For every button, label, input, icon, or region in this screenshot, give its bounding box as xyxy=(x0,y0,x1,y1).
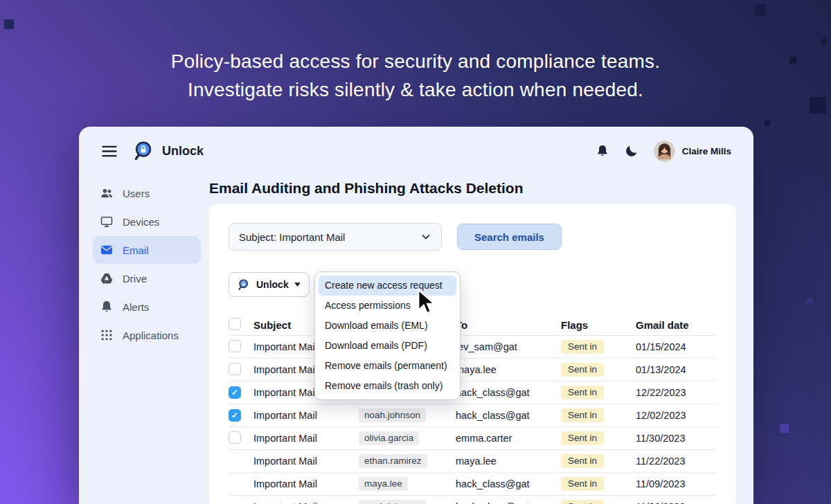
select-all-checkbox[interactable] xyxy=(229,318,241,330)
cell-subject: Important Mail xyxy=(253,478,359,489)
table-row[interactable]: Important Mail ethan.ramirez maya.lee Se… xyxy=(229,450,717,473)
row-checkbox[interactable] xyxy=(229,409,241,422)
cell-to: hack_class@gat xyxy=(456,387,561,398)
subject-filter-value: Subject: Important Mail xyxy=(239,231,345,243)
bell-icon[interactable] xyxy=(596,144,609,158)
col-to[interactable]: To xyxy=(456,319,561,331)
page-title: Email Auditing and Phishing Attacks Dele… xyxy=(209,179,736,198)
sidebar-item-label: Users xyxy=(123,188,150,199)
cell-to: lev_sam@gat xyxy=(456,341,561,352)
flag-badge: Sent in xyxy=(561,363,604,377)
decor-square xyxy=(780,424,789,433)
cell-date: 11/09/2023 xyxy=(636,478,717,489)
topbar: Unlock Claire Mills xyxy=(79,127,753,175)
sidebar-item[interactable]: Users xyxy=(93,179,201,207)
users-icon xyxy=(100,186,114,200)
menu-item[interactable]: Access permissions xyxy=(319,296,456,316)
menu-item[interactable]: Download emails (PDF) xyxy=(319,336,456,356)
table-row[interactable]: Important Mail noah.johnson hack_class@g… xyxy=(229,404,717,427)
chevron-down-icon xyxy=(420,231,431,242)
app-body: Users Devices Email Drive xyxy=(79,175,753,504)
hero-headline: Policy-based access for security and com… xyxy=(0,47,831,104)
cell-to: hack_class@gat xyxy=(456,478,561,489)
alerts-icon xyxy=(100,300,114,314)
brand: Unlock xyxy=(133,140,204,163)
topbar-right: Claire Mills xyxy=(596,141,731,162)
content-panel: Subject: Important Mail Search emails Un… xyxy=(209,204,736,504)
table-row[interactable]: Important Mail noah.johnson hack_class@g… xyxy=(229,496,717,504)
row-checkbox[interactable] xyxy=(229,386,241,399)
menu-item[interactable]: Create new access request xyxy=(319,276,456,296)
sidebar-item[interactable]: Drive xyxy=(93,264,201,292)
cell-date: 11/02/2023 xyxy=(636,501,717,504)
col-flags[interactable]: Flags xyxy=(561,319,636,331)
cell-subject: Important Mail xyxy=(253,456,359,467)
cell-date: 11/30/2023 xyxy=(636,433,717,444)
table-row[interactable]: Important Mail hack_class@gat Sent in 12… xyxy=(229,381,717,404)
table-row[interactable]: Important Mail olivia.garcia emma.carter… xyxy=(229,427,717,450)
flag-badge: Sent in xyxy=(561,500,604,504)
cell-to: maya.lee xyxy=(456,456,561,467)
table-row[interactable]: Important Mail maya.lee Sent in 01/13/20… xyxy=(229,359,717,381)
cell-date: 01/13/2024 xyxy=(636,364,717,375)
cell-to: hack_class@gat xyxy=(456,501,561,504)
sidebar-item-label: Email xyxy=(123,244,149,256)
menu-item[interactable]: Download emails (EML) xyxy=(319,316,456,336)
unlock-actions-button[interactable]: Unlock xyxy=(229,272,310,297)
subject-filter-select[interactable]: Subject: Important Mail xyxy=(229,223,442,251)
unlock-logo-icon xyxy=(238,278,251,291)
cell-to: maya.lee xyxy=(456,364,561,375)
decor-square xyxy=(806,298,813,305)
cell-subject: Important Mail xyxy=(253,410,359,421)
sidebar-item[interactable]: Email xyxy=(93,236,201,264)
decor-square xyxy=(755,4,766,15)
decor-square xyxy=(821,39,827,44)
menu-icon[interactable] xyxy=(101,145,118,158)
table-row[interactable]: Important Mail lev_sam@gat Sent in 01/15… xyxy=(229,336,717,359)
cell-from: noah.johnson xyxy=(359,408,426,422)
cell-date: 12/02/2023 xyxy=(636,410,717,421)
cell-from: noah.johnson xyxy=(359,500,426,504)
hero-line-2: Investigate risks silently & take action… xyxy=(0,75,831,104)
cell-from: maya.lee xyxy=(359,477,408,491)
cell-from: ethan.ramirez xyxy=(359,454,427,468)
menu-item[interactable]: Remove emails (permanent) xyxy=(319,356,456,376)
flag-badge: Sent in xyxy=(561,386,604,399)
sidebar-item[interactable]: Alerts xyxy=(93,293,201,321)
table-header-row: Subject From To Flags Gmail date xyxy=(229,314,717,336)
main-content: Email Auditing and Phishing Attacks Dele… xyxy=(209,175,753,504)
drive-icon xyxy=(100,271,114,285)
user-menu[interactable]: Claire Mills xyxy=(654,141,731,162)
cell-subject: Important Mail xyxy=(253,433,359,444)
unlock-logo-icon xyxy=(133,140,156,163)
menu-item[interactable]: Remove emails (trash only) xyxy=(319,376,456,396)
row-checkbox[interactable] xyxy=(229,431,241,444)
col-gmail-date[interactable]: Gmail date xyxy=(636,319,717,331)
search-emails-button[interactable]: Search emails xyxy=(457,224,562,250)
moon-icon[interactable] xyxy=(625,144,638,158)
cell-to: emma.carter xyxy=(456,433,561,444)
caret-down-icon xyxy=(294,282,301,287)
sidebar-item[interactable]: Applications xyxy=(93,321,201,349)
hero-line-1: Policy-based access for security and com… xyxy=(0,47,831,75)
sidebar-item-label: Devices xyxy=(123,216,159,228)
flag-badge: Sent in xyxy=(561,477,604,491)
flag-badge: Sent in xyxy=(561,408,604,422)
flag-badge: Sent in xyxy=(561,340,604,354)
user-name: Claire Mills xyxy=(682,146,731,156)
unlock-actions-label: Unlock xyxy=(256,279,289,290)
table-row[interactable]: Important Mail maya.lee hack_class@gat S… xyxy=(229,473,717,496)
sidebar-item-label: Applications xyxy=(123,330,179,341)
cell-subject: Important Mail xyxy=(253,501,359,504)
applications-icon xyxy=(100,328,114,342)
app-window: Unlock Claire Mills Users Devices xyxy=(79,127,753,504)
search-row: Subject: Important Mail Search emails xyxy=(229,223,717,251)
decor-square xyxy=(4,19,14,29)
flag-badge: Sent in xyxy=(561,431,604,445)
devices-icon xyxy=(100,215,114,228)
avatar-image[interactable] xyxy=(654,141,675,162)
sidebar-item[interactable]: Devices xyxy=(93,208,201,235)
row-checkbox[interactable] xyxy=(229,363,241,375)
decor-square xyxy=(765,120,770,126)
row-checkbox[interactable] xyxy=(229,340,241,352)
